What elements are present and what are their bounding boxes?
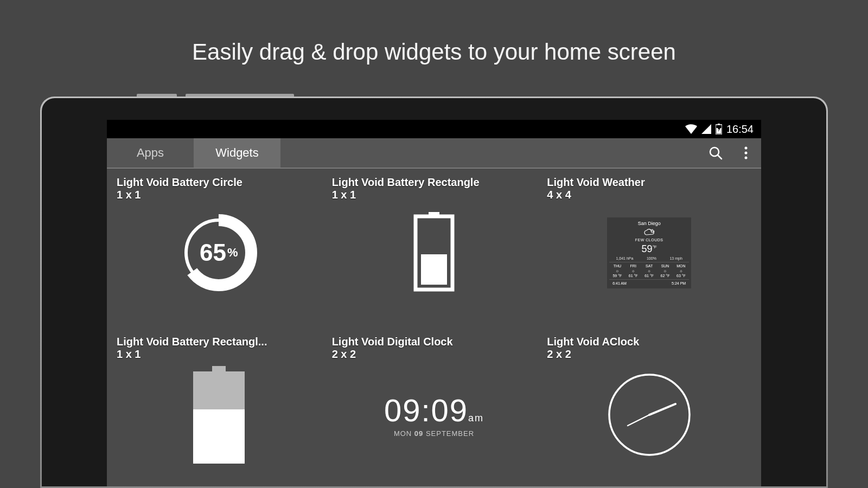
battery-filled-icon [190,366,247,464]
widget-preview: 65% [117,207,321,299]
widget-title: Light Void Battery Rectangle [332,176,537,189]
widget-analog-clock[interactable]: Light Void AClock 2 x 2 [547,336,751,479]
svg-rect-13 [212,366,226,371]
widget-preview [117,366,321,464]
weather-pressure: 1,041 hPa [616,256,633,260]
widget-grid: Light Void Battery Circle 1 x 1 65% [107,169,761,486]
search-icon [708,145,723,160]
forecast-temp: 61 °F [644,274,654,278]
widget-title: Light Void Battery Rectangl... [117,336,321,348]
widget-preview: San Diego FEW CLOUDS 59°F 1,041 hPa 100%… [547,207,751,299]
widget-size: 1 x 1 [117,189,321,201]
widget-size: 2 x 2 [332,348,537,361]
widget-title: Light Void Digital Clock [332,336,537,348]
overflow-menu-button[interactable] [731,138,761,168]
svg-line-18 [628,415,649,426]
forecast-day: SAT [646,264,653,268]
forecast-temp: 63 °F [676,274,686,278]
tablet-bezel: 16:54 Apps Widgets Light Void Battery Ci… [42,98,826,486]
battery-circle-icon: 65% [178,212,259,293]
weather-wind: 13 mph [669,256,682,260]
widget-size: 1 x 1 [117,348,321,361]
widget-size: 1 x 1 [332,189,537,201]
weather-unit: °F [653,245,657,249]
status-time: 16:54 [726,123,754,136]
forecast-temp: 59 °F [612,274,622,278]
wifi-icon [685,124,697,134]
widget-preview: 09:09am MON 09 SEPTEMBER [332,366,537,464]
weather-city: San Diego [638,221,661,226]
clock-date-pre: MON [394,429,414,438]
widget-size: 4 x 4 [547,189,751,201]
widget-digital-clock[interactable]: Light Void Digital Clock 2 x 2 09:09am M… [332,336,537,479]
widget-preview [547,366,751,464]
battery-icon [716,124,722,134]
widget-title: Light Void Battery Circle [117,176,321,189]
widget-title: Light Void Weather [547,176,751,189]
clock-date-post: SEPTEMBER [423,429,474,438]
signal-icon [701,124,711,134]
svg-line-4 [718,155,722,159]
weather-humidity: 100% [647,256,656,260]
weather-temp: 59 [642,243,653,254]
svg-point-7 [745,157,748,159]
widget-weather[interactable]: Light Void Weather 4 x 4 San Diego FEW C… [547,176,751,314]
analog-clock-icon [606,371,693,458]
weather-forecast-row: THU☼59 °F FRI☼61 °F SAT☼61 °F SUN☼62 °F … [609,262,689,280]
digital-clock-face: 09:09am MON 09 SEPTEMBER [384,392,484,438]
widget-size: 2 x 2 [547,348,751,361]
forecast-day: THU [614,264,621,268]
widget-battery-rectangle[interactable]: Light Void Battery Rectangle 1 x 1 [332,176,537,314]
clock-date-day: 09 [414,429,423,438]
status-bar: 16:54 [107,120,761,138]
power-button [137,94,177,97]
battery-outline-icon [412,212,456,293]
forecast-day: MON [676,264,685,268]
widget-preview [332,207,537,299]
tablet-frame: 16:54 Apps Widgets Light Void Battery Ci… [40,97,828,488]
volume-rocker [186,94,294,97]
forecast-temp: 61 °F [629,274,638,278]
tab-apps[interactable]: Apps [107,138,194,168]
svg-point-5 [745,147,748,150]
tab-bar: Apps Widgets [107,138,761,169]
forecast-temp: 62 °F [661,274,670,278]
battery-percent-value: 65 [200,239,226,266]
svg-point-6 [745,152,748,155]
more-vert-icon [739,145,752,160]
svg-rect-1 [718,124,720,125]
sunrise: 6:41 AM [612,281,627,285]
svg-rect-12 [421,254,447,285]
svg-line-17 [649,404,675,415]
widget-title: Light Void AClock [547,336,751,348]
battery-percent-unit: % [227,246,238,260]
sunset: 5:24 PM [672,281,686,285]
headline: Easily drag & drop widgets to your home … [0,0,868,65]
widget-battery-circle[interactable]: Light Void Battery Circle 1 x 1 65% [117,176,321,314]
cloud-moon-icon [643,228,655,236]
tab-widgets[interactable]: Widgets [194,138,280,168]
weather-desc: FEW CLOUDS [635,238,663,242]
svg-rect-15 [193,409,245,464]
clock-time: 09:09 [384,393,468,428]
forecast-day: SUN [661,264,669,268]
clock-ampm: am [468,413,484,423]
widget-battery-rectangle-alt[interactable]: Light Void Battery Rectangl... 1 x 1 [117,336,321,479]
weather-card: San Diego FEW CLOUDS 59°F 1,041 hPa 100%… [607,217,691,288]
search-button[interactable] [700,138,731,168]
forecast-day: FRI [630,264,636,268]
tablet-screen: 16:54 Apps Widgets Light Void Battery Ci… [107,120,761,486]
